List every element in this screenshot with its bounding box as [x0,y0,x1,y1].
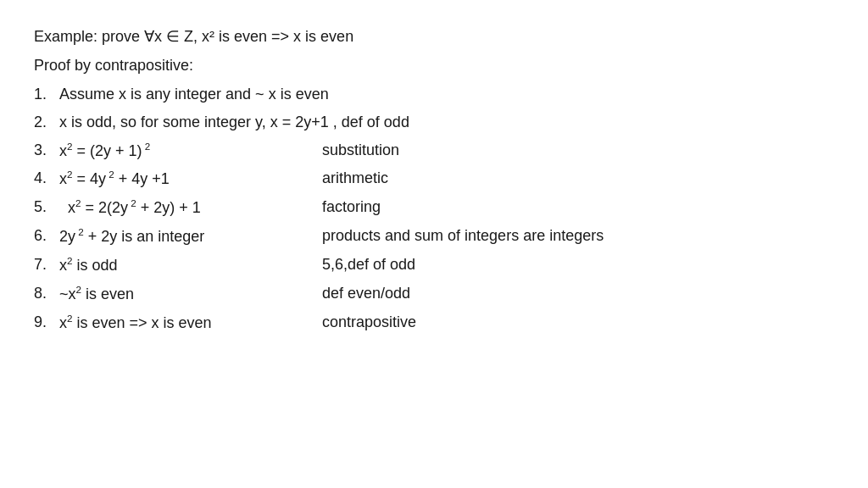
step-num-8: 8. [34,282,59,307]
proof-row-9: 9. x2 is even => x is even contrapositiv… [34,311,834,336]
step-stmt-8: ~x2 is even [59,282,322,307]
step-reason-1 [329,83,834,107]
step-stmt-5: x2 = 2(2y 2 + 2y) + 1 [59,196,322,220]
step-reason-8: def even/odd [322,282,834,307]
step-reason-6: products and sum of integers are integer… [322,225,834,249]
step-reason-4: arithmetic [322,167,834,191]
example-line: Example: prove ∀x ∈ Z, x² is even => x i… [34,25,834,49]
proof-row-5: 5. x2 = 2(2y 2 + 2y) + 1 factoring [34,196,834,220]
step-stmt-4: x2 = 4y 2 + 4y +1 [59,167,322,191]
step-reason-5: factoring [322,196,834,220]
step-reason-7: 5,6,def of odd [322,253,834,278]
step-num-4: 4. [34,167,59,191]
proof-label: Proof by contrapositive: [34,54,834,78]
proof-row-7: 7. x2 is odd 5,6,def of odd [34,253,834,278]
proof-row-8: 8. ~x2 is even def even/odd [34,282,834,307]
proof-row-1: 1. Assume x is any integer and ~ x is ev… [34,83,834,107]
step-num-9: 9. [34,311,59,336]
step-reason-3: substitution [322,139,834,164]
step-num-2: 2. [34,111,59,135]
proof-row-2: 2. x is odd, so for some integer y, x = … [34,111,834,135]
step-stmt-7: x2 is odd [59,253,322,278]
step-num-6: 6. [34,225,59,249]
step-num-5: 5. [34,196,59,220]
proof-row-4: 4. x2 = 4y 2 + 4y +1 arithmetic [34,167,834,191]
main-content: Example: prove ∀x ∈ Z, x² is even => x i… [34,25,834,340]
step-num-7: 7. [34,253,59,278]
step-reason-9: contrapositive [322,311,834,336]
step-stmt-9: x2 is even => x is even [59,311,322,336]
step-stmt-2: x is odd, so for some integer y, x = 2y+… [59,111,409,135]
step-reason-2 [409,111,834,135]
step-num-3: 3. [34,139,59,164]
step-num-1: 1. [34,83,59,107]
proof-row-3: 3. x2 = (2y + 1) 2 substitution [34,139,834,164]
step-stmt-1: Assume x is any integer and ~ x is even [59,83,329,107]
proof-table: 1. Assume x is any integer and ~ x is ev… [34,83,834,336]
proof-row-6: 6. 2y 2 + 2y is an integer products and … [34,225,834,249]
step-stmt-6: 2y 2 + 2y is an integer [59,225,322,249]
step-stmt-3: x2 = (2y + 1) 2 [59,139,322,164]
